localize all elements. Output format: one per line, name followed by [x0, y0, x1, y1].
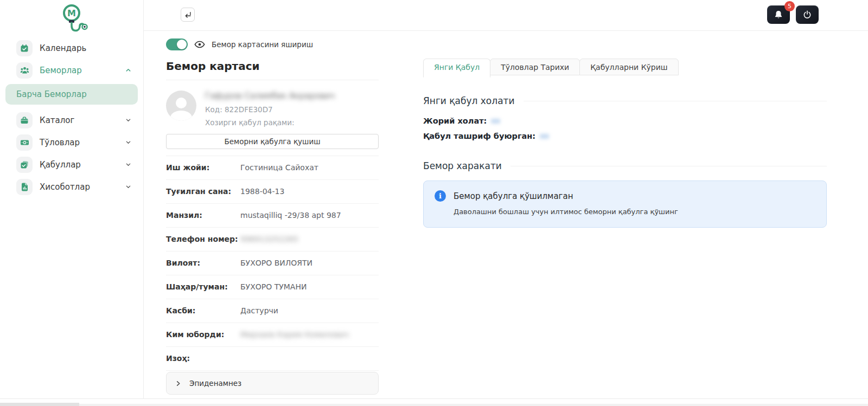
field-label: Ким юборди: [166, 330, 240, 339]
notification-badge: 5 [784, 1, 795, 11]
field-label: Касби: [166, 306, 240, 315]
eye-icon [194, 41, 205, 48]
patient-card-panel: Бемор картасини яшириш Бемор картаси Гаф… [166, 31, 379, 395]
field-row-birthdate: Туғилган сана: 1988-04-13 [166, 180, 379, 204]
patient-card-title: Бемор картаси [166, 60, 379, 80]
field-value: БУХОРО ТУМАНИ [240, 282, 307, 291]
bell-icon [774, 10, 783, 20]
sidebar-item-label: Календарь [40, 43, 131, 53]
chevron-down-icon [125, 184, 131, 190]
sidebar: M Календарь Беморлар Барча Беморлар [0, 0, 144, 398]
accordion-label: Эпиденамнез [189, 379, 241, 388]
sidebar-subitem-all-patients[interactable]: Барча Беморлар [5, 84, 138, 105]
chevron-down-icon [125, 162, 131, 167]
divider [524, 101, 827, 101]
field-label: Шаҳар/туман: [166, 282, 240, 291]
sidebar-subitem-label: Барча Беморлар [16, 89, 87, 99]
hide-card-toggle[interactable] [166, 38, 188, 50]
app-logo: M [0, 0, 143, 36]
field-value: Мирзаев Карим Комилович [240, 330, 349, 339]
sidebar-item-appointments[interactable]: Қабуллар [0, 153, 143, 176]
field-row-phone: Телефон номер: 998913252265 [166, 228, 379, 252]
new-visit-status-section: Янги қабул холати [423, 95, 827, 106]
chevron-up-icon [125, 67, 131, 73]
field-value: 998913252265 [240, 235, 298, 243]
field-label: Манзил: [166, 211, 240, 220]
field-row-workplace: Иш жойи: Гостиница Сайохат [166, 156, 379, 180]
tab-payment-history[interactable]: Тўловлар Тарихи [490, 59, 580, 75]
patient-summary: Гафуров Салимбек Акрарович Код: 822DFE30… [166, 91, 379, 127]
appointments-icon [16, 157, 33, 173]
chevron-right-icon [175, 381, 181, 386]
tab-view-visits[interactable]: Қабулларни Кўриш [579, 59, 679, 75]
main-content: Бемор картасини яшириш Бемор картаси Гаф… [144, 31, 868, 398]
collapse-sidebar-button[interactable] [181, 8, 195, 22]
field-label: Телефон номер: [166, 235, 240, 243]
field-value: mustaqilliq -29/38 apt 987 [240, 211, 341, 220]
alert-title: Бемор қабулга қўшилмаган [454, 191, 573, 201]
field-row-note: Изоҳ: [166, 347, 379, 371]
current-visit-label: Хозирги қабул рақами: [205, 118, 335, 127]
sidebar-item-label: Хисоботлар [40, 182, 118, 192]
catalog-icon [16, 112, 33, 128]
field-row-region: Вилоят: БУХОРО ВИЛОЯТИ [166, 252, 379, 275]
blurred-value [540, 134, 549, 139]
collapse-sidebar-icon [183, 10, 192, 19]
sidebar-item-patients[interactable]: Беморлар [0, 59, 143, 81]
sidebar-item-payments[interactable]: Тўловлар [0, 131, 143, 153]
visit-panel: Янги Қабул Тўловлар Тарихи Қабулларни Кў… [423, 31, 827, 395]
sidebar-nav: Календарь Беморлар Барча Беморлар Катало… [0, 36, 143, 198]
scrollbar-track[interactable] [0, 404, 868, 406]
power-icon [802, 10, 812, 20]
blurred-value [491, 119, 500, 124]
payments-icon [16, 134, 33, 151]
field-label: Туғилган сана: [166, 187, 240, 196]
chevron-down-icon [125, 139, 131, 145]
visited-by-label: Қабул ташриф буюрган: [423, 132, 827, 140]
divider [510, 166, 827, 166]
section-title: Бемор харакати [423, 160, 502, 171]
field-label: Иш жойи: [166, 163, 240, 172]
add-to-visit-button[interactable]: Беморни қабулга қушиш [166, 134, 379, 149]
field-value: Гостиница Сайохат [240, 163, 318, 172]
tab-new-visit[interactable]: Янги Қабул [423, 59, 490, 78]
hide-card-toggle-label: Бемор картасини яшириш [212, 40, 313, 49]
not-added-alert: i Бемор қабулга қўшилмаган Даволашни бош… [423, 181, 827, 228]
sidebar-item-reports[interactable]: Хисоботлар [0, 176, 143, 198]
calendar-icon [16, 40, 33, 56]
notifications-button[interactable]: 5 [767, 5, 790, 24]
horizontal-scrollbar[interactable] [0, 398, 868, 406]
chevron-down-icon [125, 117, 131, 123]
field-value: Дастурчи [240, 306, 278, 315]
svg-text:M: M [67, 8, 76, 18]
current-status-label: Жорий холат: [423, 117, 827, 125]
sidebar-item-calendar[interactable]: Календарь [0, 37, 143, 59]
epid-anamnesis-accordion[interactable]: Эпиденамнез [166, 372, 379, 395]
field-row-profession: Касби: Дастурчи [166, 299, 379, 323]
avatar [166, 91, 196, 121]
field-row-district: Шаҳар/туман: БУХОРО ТУМАНИ [166, 275, 379, 299]
section-title: Янги қабул холати [423, 95, 515, 106]
patient-name: Гафуров Салимбек Акрарович [205, 91, 335, 101]
sidebar-item-label: Каталог [40, 115, 118, 125]
sidebar-item-label: Қабуллар [40, 160, 118, 170]
scrollbar-thumb[interactable] [0, 403, 79, 406]
patients-icon [16, 62, 33, 79]
topbar: 5 [144, 0, 868, 31]
topbar-actions: 5 [767, 5, 819, 24]
patient-activity-section: Бемор харакати [423, 160, 827, 171]
stethoscope-logo-icon: M [52, 3, 91, 36]
sidebar-item-label: Тўловлар [40, 138, 118, 147]
reports-icon [16, 179, 33, 195]
patient-code: Код: 822DFE30D7 [205, 105, 335, 114]
visit-tabs: Янги Қабул Тўловлар Тарихи Қабулларни Кў… [423, 59, 827, 75]
field-value: БУХОРО ВИЛОЯТИ [240, 259, 312, 267]
alert-description: Даволашни бошлаш учун илтимос беморни қа… [454, 208, 815, 216]
sidebar-item-catalog[interactable]: Каталог [0, 109, 143, 131]
info-icon: i [435, 190, 446, 202]
field-row-referrer: Ким юборди: Мирзаев Карим Комилович [166, 323, 379, 347]
field-label: Вилоят: [166, 259, 240, 267]
field-value: 1988-04-13 [240, 187, 284, 196]
logout-button[interactable] [796, 5, 819, 24]
field-row-address: Манзил: mustaqilliq -29/38 apt 987 [166, 204, 379, 228]
